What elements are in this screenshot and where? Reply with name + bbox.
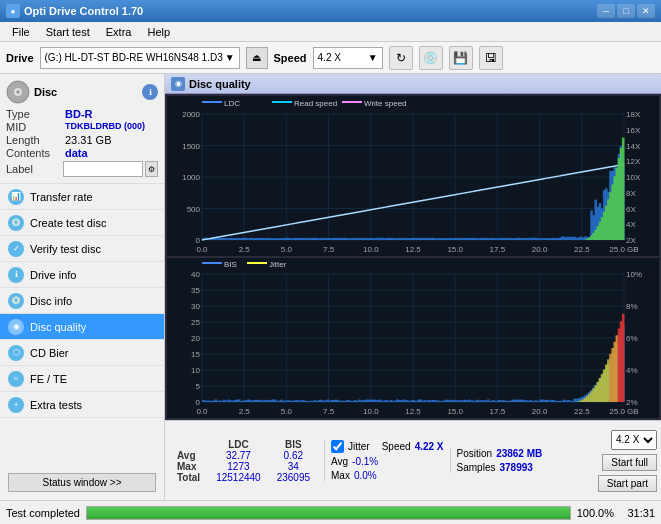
- jitter-label: Jitter: [348, 441, 370, 452]
- transfer-rate-label: Transfer rate: [30, 191, 93, 203]
- stats-speed-select[interactable]: 4.2 X 2.0 X 1.0 X: [611, 430, 657, 450]
- drive-info-icon: ℹ: [8, 267, 24, 283]
- ldc-header: LDC: [208, 439, 269, 450]
- maximize-button[interactable]: □: [617, 4, 635, 18]
- menu-help[interactable]: Help: [139, 24, 178, 40]
- disc-quality-header-icon: ◉: [171, 77, 185, 91]
- disc-button2[interactable]: 💾: [449, 46, 473, 70]
- jitter-checkbox[interactable]: [331, 440, 344, 453]
- disc-quality-header: ◉ Disc quality: [165, 74, 661, 94]
- length-value: 23.31 GB: [65, 134, 111, 146]
- disc-button1[interactable]: 💿: [419, 46, 443, 70]
- close-button[interactable]: ✕: [637, 4, 655, 18]
- menu-file[interactable]: File: [4, 24, 38, 40]
- bis-header: BIS: [269, 439, 318, 450]
- samples-value: 378993: [499, 462, 532, 473]
- total-ldc: 12512440: [208, 472, 269, 483]
- cd-bier-label: CD Bier: [30, 347, 69, 359]
- disc-quality-title: Disc quality: [189, 78, 251, 90]
- app-icon: ●: [6, 4, 20, 18]
- label-btn[interactable]: ⚙: [145, 161, 158, 177]
- speed-display-label: Speed: [382, 441, 411, 452]
- sidebar-item-disc-quality[interactable]: ◉ Disc quality: [0, 314, 164, 340]
- transfer-rate-icon: 📊: [8, 189, 24, 205]
- menu-extra[interactable]: Extra: [98, 24, 140, 40]
- save-button[interactable]: 🖫: [479, 46, 503, 70]
- avg-bis: 0.62: [269, 450, 318, 461]
- menu-start-test[interactable]: Start test: [38, 24, 98, 40]
- total-label: Total: [169, 472, 208, 483]
- menu-bar: File Start test Extra Help: [0, 22, 661, 42]
- sidebar-item-verify-test-disc[interactable]: ✓ Verify test disc: [0, 236, 164, 262]
- verify-test-disc-icon: ✓: [8, 241, 24, 257]
- start-full-button[interactable]: Start full: [602, 454, 657, 471]
- create-test-disc-label: Create test disc: [30, 217, 106, 229]
- extra-tests-icon: +: [8, 397, 24, 413]
- drive-dropdown-icon: ▼: [225, 52, 235, 63]
- type-value: BD-R: [65, 108, 93, 120]
- refresh-button[interactable]: ↻: [389, 46, 413, 70]
- drive-info-label: Drive info: [30, 269, 76, 281]
- samples-label: Samples: [457, 462, 496, 473]
- disc-info-sidebar-icon: 💿: [8, 293, 24, 309]
- sidebar-item-fe-te[interactable]: ≈ FE / TE: [0, 366, 164, 392]
- disc-info-icon: ℹ: [142, 84, 158, 100]
- chart1-container: [167, 96, 659, 256]
- stats-section: LDC BIS Avg 32.77 0.62 Max 1273 34: [165, 420, 661, 500]
- app-title: Opti Drive Control 1.70: [24, 5, 143, 17]
- progress-bar-fill: [87, 507, 570, 519]
- drive-select-text: (G:) HL-DT-ST BD-RE WH16NS48 1.D3: [45, 52, 225, 63]
- mid-value: TDKBLDRBD (000): [65, 121, 145, 133]
- label-label: Label: [6, 163, 61, 175]
- verify-test-disc-label: Verify test disc: [30, 243, 101, 255]
- fe-te-label: FE / TE: [30, 373, 67, 385]
- disc-section-title: Disc: [34, 86, 57, 98]
- type-label: Type: [6, 108, 61, 120]
- position-section: Position 23862 MB Samples 378993: [450, 448, 592, 473]
- start-part-button[interactable]: Start part: [598, 475, 657, 492]
- sidebar-item-extra-tests[interactable]: + Extra tests: [0, 392, 164, 418]
- max-jitter-row-label: Max: [331, 470, 350, 481]
- avg-ldc: 32.77: [208, 450, 269, 461]
- speed-dropdown-icon: ▼: [368, 52, 378, 63]
- total-bis: 236095: [269, 472, 318, 483]
- progress-bar-container: [86, 506, 571, 520]
- drive-label: Drive: [6, 52, 34, 64]
- label-input[interactable]: [63, 161, 143, 177]
- svg-point-2: [17, 91, 20, 94]
- disc-section-icon: [6, 80, 30, 104]
- cd-bier-icon: ⬡: [8, 345, 24, 361]
- status-bar: Test completed 100.0% 31:31: [0, 500, 661, 524]
- jitter-speed-section: Jitter Speed 4.22 X Avg -0.1% Max 0.0%: [324, 440, 444, 481]
- speed-select[interactable]: 4.2 X ▼: [313, 47, 383, 69]
- drive-select[interactable]: (G:) HL-DT-ST BD-RE WH16NS48 1.D3 ▼: [40, 47, 240, 69]
- disc-quality-label: Disc quality: [30, 321, 86, 333]
- position-value: 23862 MB: [496, 448, 542, 459]
- extra-tests-label: Extra tests: [30, 399, 82, 411]
- fe-te-icon: ≈: [8, 371, 24, 387]
- drive-bar: Drive (G:) HL-DT-ST BD-RE WH16NS48 1.D3 …: [0, 42, 661, 74]
- status-window-label: Status window >>: [43, 477, 122, 488]
- max-bis: 34: [269, 461, 318, 472]
- disc-info-label: Disc info: [30, 295, 72, 307]
- sidebar-item-disc-info[interactable]: 💿 Disc info: [0, 288, 164, 314]
- eject-button[interactable]: ⏏: [246, 47, 268, 69]
- disc-quality-icon: ◉: [8, 319, 24, 335]
- sidebar-item-create-test-disc[interactable]: 💿 Create test disc: [0, 210, 164, 236]
- minimize-button[interactable]: ─: [597, 4, 615, 18]
- contents-value: data: [65, 147, 88, 159]
- sidebar-item-drive-info[interactable]: ℹ Drive info: [0, 262, 164, 288]
- position-label: Position: [457, 448, 493, 459]
- sidebar-item-cd-bier[interactable]: ⬡ CD Bier: [0, 340, 164, 366]
- avg-jitter-value: -0.1%: [352, 456, 378, 467]
- sidebar: Disc ℹ Type BD-R MID TDKBLDRBD (000) Len…: [0, 74, 165, 500]
- chart1-canvas: [167, 96, 659, 256]
- status-window-button[interactable]: Status window >>: [8, 473, 156, 492]
- chart2-container: [167, 258, 659, 418]
- sidebar-item-transfer-rate[interactable]: 📊 Transfer rate: [0, 184, 164, 210]
- max-label: Max: [169, 461, 208, 472]
- time-text: 31:31: [620, 507, 655, 519]
- avg-label: Avg: [169, 450, 208, 461]
- progress-text: 100.0%: [577, 507, 614, 519]
- avg-jitter-row-label: Avg: [331, 456, 348, 467]
